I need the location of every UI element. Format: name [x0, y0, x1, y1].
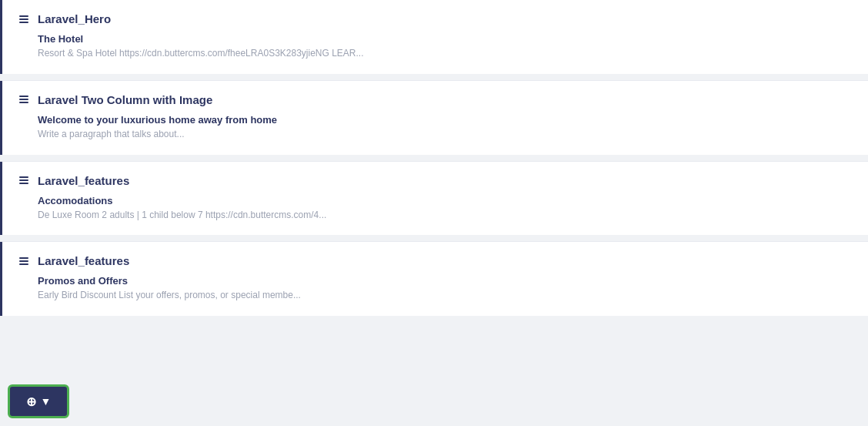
page-container: Laravel_Hero The Hotel Resort & Spa Hote… [0, 0, 868, 426]
section-content: The Hotel Resort & Spa Hotel https://cdn… [18, 33, 853, 60]
section-title: Laravel_Hero [38, 12, 111, 25]
content-secondary: Early Bird Discount List your offers, pr… [38, 289, 853, 302]
drag-icon [18, 13, 30, 25]
section-card: Laravel_features Promos and Offers Early… [0, 242, 868, 316]
section-card: Laravel_features Accomodations De Luxe R… [0, 162, 868, 236]
svg-rect-2 [19, 22, 28, 23]
svg-rect-8 [19, 183, 28, 184]
content-primary: Accomodations [38, 195, 853, 206]
svg-rect-11 [19, 263, 28, 265]
section-title: Laravel_features [38, 254, 129, 267]
svg-rect-7 [19, 179, 28, 181]
section-content: Welcome to your luxurious home away from… [18, 114, 853, 141]
content-primary: The Hotel [38, 33, 853, 45]
svg-rect-9 [19, 257, 28, 259]
svg-rect-10 [19, 260, 28, 262]
svg-rect-6 [19, 176, 28, 178]
drag-icon [18, 93, 30, 106]
section-header: Laravel Two Column with Image [18, 93, 853, 106]
arrow-down-icon: ▼ [41, 395, 52, 408]
content-secondary: Write a paragraph that talks about... [38, 128, 853, 141]
content-area: Laravel_Hero The Hotel Resort & Spa Hote… [0, 0, 868, 316]
section-header: Laravel_Hero [18, 12, 853, 25]
add-button-container: ⊕ ▼ [8, 384, 69, 418]
content-primary: Promos and Offers [38, 275, 853, 287]
svg-rect-5 [19, 102, 28, 103]
content-secondary: Resort & Spa Hotel https://cdn.buttercms… [38, 47, 853, 60]
section-content: Promos and Offers Early Bird Discount Li… [18, 275, 853, 302]
drag-icon [18, 255, 30, 267]
svg-rect-1 [19, 18, 28, 20]
section-title: Laravel Two Column with Image [38, 93, 212, 106]
section-content: Accomodations De Luxe Room 2 adults | 1 … [18, 195, 853, 222]
add-section-button[interactable]: ⊕ ▼ [8, 384, 69, 418]
section-title: Laravel_features [38, 174, 129, 187]
svg-rect-4 [19, 99, 28, 100]
plus-icon: ⊕ [26, 394, 36, 409]
drag-icon [18, 174, 30, 186]
svg-rect-3 [19, 96, 28, 97]
content-primary: Welcome to your luxurious home away from… [38, 114, 853, 126]
section-header: Laravel_features [18, 254, 853, 267]
section-card: Laravel Two Column with Image Welcome to… [0, 81, 868, 155]
section-card: Laravel_Hero The Hotel Resort & Spa Hote… [0, 0, 868, 74]
content-secondary: De Luxe Room 2 adults | 1 child below 7 … [38, 209, 853, 222]
section-header: Laravel_features [18, 174, 853, 187]
svg-rect-0 [19, 15, 28, 17]
